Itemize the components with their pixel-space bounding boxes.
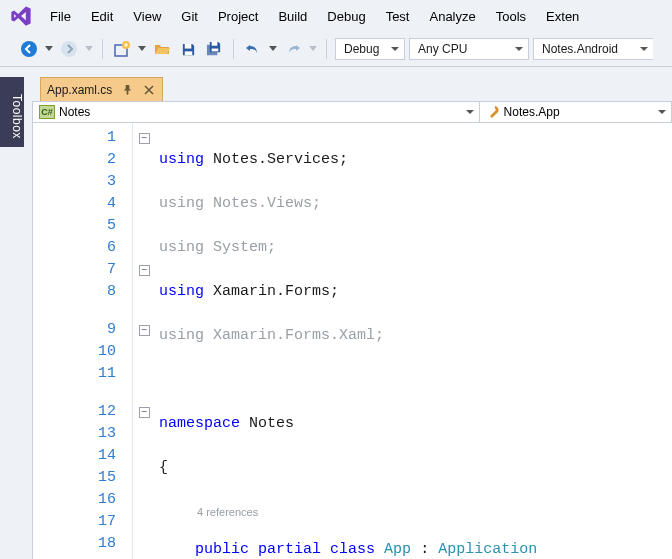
startup-project-selector[interactable]: Notes.Android xyxy=(533,38,653,60)
editor-tab-strip: App.xaml.cs xyxy=(32,77,672,101)
menu-file[interactable]: File xyxy=(40,5,81,28)
nav-back-dropdown-icon[interactable] xyxy=(44,46,54,52)
nav-type-selector[interactable]: Notes.App xyxy=(480,102,671,122)
nav-type-label: Notes.App xyxy=(504,105,560,119)
toolbar-separator xyxy=(326,39,327,59)
fold-toggle-icon[interactable]: − xyxy=(139,265,150,276)
solution-platform-selector[interactable]: Any CPU xyxy=(409,38,529,60)
wrench-icon xyxy=(486,105,500,119)
vs-logo-icon xyxy=(6,3,36,29)
codelens-references[interactable]: 4 references xyxy=(159,506,258,518)
nav-fwd-dropdown-icon[interactable] xyxy=(84,46,94,52)
outlining-margin[interactable]: − − − − xyxy=(133,123,155,559)
open-file-button[interactable] xyxy=(151,38,173,60)
svg-rect-6 xyxy=(211,41,217,45)
code-content[interactable]: using Notes.Services; using Notes.Views;… xyxy=(155,123,672,559)
fold-toggle-icon[interactable]: − xyxy=(139,407,150,418)
code-editor[interactable]: 1 2 3 4 5 6 7 8 9 10 11 12 13 14 15 16 1… xyxy=(32,123,672,559)
menu-extensions[interactable]: Exten xyxy=(536,5,589,28)
csharp-project-icon: C# xyxy=(39,105,55,119)
save-button[interactable] xyxy=(177,38,199,60)
menu-test[interactable]: Test xyxy=(376,5,420,28)
fold-toggle-icon[interactable]: − xyxy=(139,133,150,144)
fold-toggle-icon[interactable]: − xyxy=(139,325,150,336)
solution-config-selector[interactable]: Debug xyxy=(335,38,405,60)
toolbar-separator xyxy=(233,39,234,59)
menu-build[interactable]: Build xyxy=(268,5,317,28)
menu-tools[interactable]: Tools xyxy=(486,5,536,28)
line-number-gutter: 1 2 3 4 5 6 7 8 9 10 11 12 13 14 15 16 1… xyxy=(33,123,133,559)
document-well: App.xaml.cs C# Notes Notes.App 1 xyxy=(32,77,672,559)
menu-debug[interactable]: Debug xyxy=(317,5,375,28)
menu-project[interactable]: Project xyxy=(208,5,268,28)
editor-nav-bar: C# Notes Notes.App xyxy=(32,101,672,123)
close-tab-icon[interactable] xyxy=(142,83,156,97)
menu-view[interactable]: View xyxy=(123,5,171,28)
svg-rect-7 xyxy=(211,48,218,51)
menu-git[interactable]: Git xyxy=(171,5,208,28)
undo-button[interactable] xyxy=(242,38,264,60)
editor-tab-appxamlcs[interactable]: App.xaml.cs xyxy=(40,77,163,101)
tab-label: App.xaml.cs xyxy=(47,83,112,97)
svg-point-0 xyxy=(21,41,37,57)
nav-back-button[interactable] xyxy=(18,38,40,60)
menu-analyze[interactable]: Analyze xyxy=(419,5,485,28)
standard-toolbar: Debug Any CPU Notes.Android xyxy=(0,32,672,66)
menu-edit[interactable]: Edit xyxy=(81,5,123,28)
nav-forward-button[interactable] xyxy=(58,38,80,60)
new-project-dropdown-icon[interactable] xyxy=(137,46,147,52)
new-project-button[interactable] xyxy=(111,38,133,60)
main-area: Toolbox App.xaml.cs C# Notes Notes.App xyxy=(0,66,672,559)
toolbar-separator xyxy=(102,39,103,59)
toolbox-panel-tab[interactable]: Toolbox xyxy=(0,77,24,147)
undo-dropdown-icon[interactable] xyxy=(268,46,278,52)
svg-rect-4 xyxy=(184,43,191,48)
save-all-button[interactable] xyxy=(203,38,225,60)
redo-dropdown-icon[interactable] xyxy=(308,46,318,52)
pin-icon[interactable] xyxy=(120,83,134,97)
nav-project-selector[interactable]: C# Notes xyxy=(33,102,480,122)
svg-rect-5 xyxy=(184,51,192,55)
svg-point-1 xyxy=(61,41,77,57)
nav-project-label: Notes xyxy=(59,105,90,119)
redo-button[interactable] xyxy=(282,38,304,60)
menu-bar: File Edit View Git Project Build Debug T… xyxy=(0,0,672,32)
